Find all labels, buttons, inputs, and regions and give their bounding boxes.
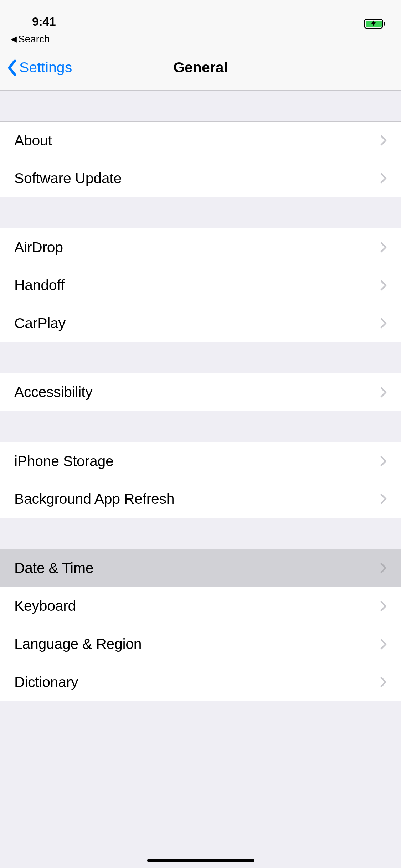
cell-label: Software Update [14,170,380,187]
cell-label: Date & Time [14,560,380,577]
cell-software-update[interactable]: Software Update [0,159,401,197]
cell-label: About [14,132,380,149]
chevron-right-icon [380,494,387,504]
chevron-right-icon [380,173,387,184]
back-button[interactable]: Settings [7,59,72,76]
cell-date-time[interactable]: Date & Time [0,549,401,587]
back-label: Settings [19,59,72,76]
chevron-right-icon [380,456,387,466]
section-spacer [0,342,401,373]
chevron-right-icon [380,387,387,398]
cell-label: iPhone Storage [14,453,380,470]
section-spacer [0,197,401,228]
cell-label: Keyboard [14,598,380,614]
cell-airdrop[interactable]: AirDrop [0,228,401,266]
settings-list[interactable]: About Software Update AirDrop Handoff Ca… [0,91,401,701]
cell-keyboard[interactable]: Keyboard [0,587,401,625]
cell-language-region[interactable]: Language & Region [0,625,401,663]
nav-bar: Settings General [0,45,401,91]
cell-label: Accessibility [14,384,380,401]
chevron-right-icon [380,318,387,329]
cell-iphone-storage[interactable]: iPhone Storage [0,442,401,480]
cell-about[interactable]: About [0,121,401,159]
chevron-right-icon [380,563,387,573]
section-spacer [0,91,401,121]
cell-label: Dictionary [14,674,380,691]
cell-background-app-refresh[interactable]: Background App Refresh [0,480,401,518]
chevron-right-icon [380,677,387,687]
chevron-right-icon [380,280,387,291]
cell-dictionary[interactable]: Dictionary [0,663,401,701]
breadcrumb-back[interactable]: ◀ Search [11,33,390,45]
triangle-left-icon: ◀ [11,35,17,43]
chevron-left-icon [7,59,17,76]
cell-handoff[interactable]: Handoff [0,266,401,304]
cell-label: Handoff [14,277,380,294]
status-time: 9:41 [16,15,56,29]
section-spacer [0,411,401,442]
home-indicator[interactable] [147,859,254,862]
chevron-right-icon [380,135,387,146]
page-title: General [173,59,228,76]
cell-carplay[interactable]: CarPlay [0,304,401,342]
section-spacer [0,518,401,549]
cell-accessibility[interactable]: Accessibility [0,373,401,411]
status-bar: 9:41 [0,0,401,31]
breadcrumb-bar: ◀ Search [0,31,401,45]
cell-label: Background App Refresh [14,491,380,507]
cell-label: Language & Region [14,636,380,652]
breadcrumb-label: Search [18,33,50,45]
chevron-right-icon [380,242,387,253]
cell-label: CarPlay [14,315,380,332]
charging-icon [371,20,376,27]
chevron-right-icon [380,639,387,650]
cell-label: AirDrop [14,239,380,256]
battery-indicator [364,19,385,29]
chevron-right-icon [380,601,387,611]
